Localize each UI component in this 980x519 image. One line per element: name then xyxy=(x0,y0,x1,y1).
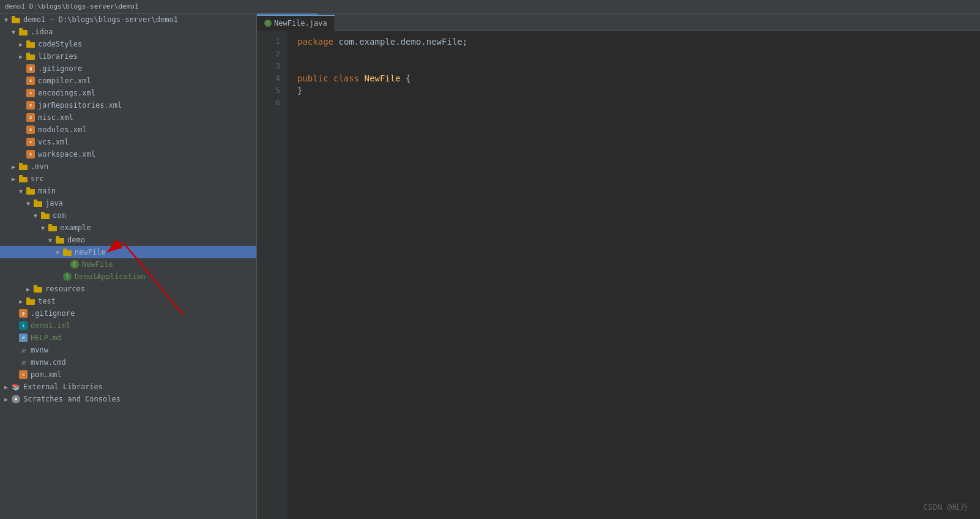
gitignore-idea-label: .gitignore xyxy=(38,64,82,73)
tree-item-libraries[interactable]: ▶ libraries xyxy=(0,50,256,62)
com-arrow: ▼ xyxy=(32,212,39,219)
modules-arrow xyxy=(17,126,24,133)
tree-item-demo[interactable]: ▼ demo xyxy=(0,234,256,246)
mvn-folder-icon xyxy=(18,162,28,171)
Demo1App-arrow xyxy=(54,273,61,280)
newFile-folder-label: newFile xyxy=(75,248,106,256)
example-folder-icon xyxy=(48,223,58,233)
tree-item-vcs-xml[interactable]: x vcs.xml xyxy=(0,136,256,148)
encodings-xml-icon: x xyxy=(26,88,35,98)
svg-rect-10 xyxy=(19,177,28,182)
svg-rect-1 xyxy=(12,16,15,18)
svg-rect-25 xyxy=(34,285,37,288)
HELP-md-arrow xyxy=(10,334,17,342)
tree-item-compiler-xml[interactable]: x compiler.xml xyxy=(0,75,256,87)
tree-item-test[interactable]: ▶ test xyxy=(0,295,256,307)
tab-NewFile[interactable]: C NewFile.java xyxy=(257,15,335,31)
resources-folder-icon xyxy=(33,284,43,294)
demo1-iml-icon: i xyxy=(18,321,28,330)
misc-xml-label: misc.xml xyxy=(38,113,73,122)
src-folder-icon xyxy=(18,174,28,184)
code-editor[interactable]: package com.example.demo.newFile; public… xyxy=(288,31,980,519)
gitignore-idea-arrow xyxy=(17,65,24,72)
tree-item-NewFile-class[interactable]: C NewFile xyxy=(0,258,256,271)
tree-item-gitignore-idea[interactable]: g .gitignore xyxy=(0,62,256,75)
tree-item-Demo1Application[interactable]: S Demo1Application xyxy=(0,271,256,283)
svg-rect-9 xyxy=(19,163,23,165)
mvnw-icon: m xyxy=(18,345,28,355)
tree-item-resources[interactable]: ▶ resources xyxy=(0,283,256,295)
editor-content: 1 2 3 4 5 6 package com.example.demo.new… xyxy=(257,31,980,519)
modules-xml-icon: x xyxy=(26,125,35,135)
tree-item-ext-libraries[interactable]: ▶ 📚 External Libraries xyxy=(0,381,256,393)
demo-label: demo xyxy=(67,236,85,244)
mvnw-arrow xyxy=(10,346,17,354)
misc-xml-icon: x xyxy=(26,113,35,122)
gitignore-root-icon: g xyxy=(18,308,28,318)
editor-area: C NewFile.java 1 2 3 4 5 6 package com.e… xyxy=(257,13,980,519)
idea-folder-icon xyxy=(18,27,28,37)
NewFile-class-icon: C xyxy=(70,260,80,269)
tree-item-example[interactable]: ▼ example xyxy=(0,222,256,234)
tree-item-codeStyles[interactable]: ▶ codeStyles xyxy=(0,38,256,50)
tree-item-mvnw-cmd[interactable]: m mvnw.cmd xyxy=(0,356,256,368)
tree-root[interactable]: ▼ demo1 – D:\blogs\blogs-server\demo1 xyxy=(0,13,256,26)
tree-item-idea[interactable]: ▼ .idea xyxy=(0,26,256,38)
jarRepositories-arrow xyxy=(17,102,24,109)
tree-item-workspace-xml[interactable]: x workspace.xml xyxy=(0,148,256,160)
demo1-iml-label: demo1.iml xyxy=(31,321,70,330)
svg-rect-11 xyxy=(19,175,23,177)
svg-rect-19 xyxy=(48,224,52,226)
java-arrow: ▼ xyxy=(24,200,32,207)
tree-item-misc-xml[interactable]: x misc.xml xyxy=(0,111,256,124)
tab-label: NewFile.java xyxy=(274,19,327,28)
root-folder-icon xyxy=(11,15,21,24)
mvn-arrow: ▶ xyxy=(10,163,17,170)
com-folder-icon xyxy=(40,211,50,220)
root-arrow: ▼ xyxy=(2,16,10,23)
svg-rect-2 xyxy=(19,30,28,35)
tree-item-src[interactable]: ▶ src xyxy=(0,173,256,185)
codeStyles-arrow: ▶ xyxy=(17,40,24,48)
svg-rect-17 xyxy=(41,212,45,214)
tree-item-main[interactable]: ▼ main xyxy=(0,185,256,197)
tree-item-scratches[interactable]: ▶ ● Scratches and Consoles xyxy=(0,393,256,405)
libraries-folder-icon xyxy=(26,51,35,61)
tree-item-com[interactable]: ▼ com xyxy=(0,209,256,222)
tree-item-java[interactable]: ▼ java xyxy=(0,197,256,209)
ext-libraries-arrow: ▶ xyxy=(2,383,10,390)
HELP-md-icon: m xyxy=(18,333,28,343)
tree-item-mvnw[interactable]: m mvnw xyxy=(0,344,256,356)
svg-rect-5 xyxy=(26,40,30,43)
tree-item-newFile-folder[interactable]: ▼ newFile xyxy=(0,246,256,258)
pom-xml-label: pom.xml xyxy=(31,370,62,379)
root-label: demo1 – D:\blogs\blogs-server\demo1 xyxy=(23,15,178,24)
main-label: main xyxy=(38,187,56,195)
svg-rect-7 xyxy=(26,53,30,55)
tab-icon: C xyxy=(264,20,272,27)
Demo1App-label: Demo1Application xyxy=(75,272,146,281)
tree-item-mvn[interactable]: ▶ .mvn xyxy=(0,160,256,173)
svg-rect-4 xyxy=(26,42,35,48)
gitignore-idea-icon: g xyxy=(26,64,35,73)
test-arrow: ▶ xyxy=(17,297,24,305)
ext-libraries-label: External Libraries xyxy=(23,383,103,391)
gitignore-root-arrow xyxy=(10,310,17,317)
tree-item-encodings-xml[interactable]: x encodings.xml xyxy=(0,87,256,99)
title-bar: demo1 D:\blogs\blogs-server\demo1 xyxy=(0,0,980,13)
tree-item-demo1-iml[interactable]: i demo1.iml xyxy=(0,319,256,332)
tree-item-gitignore-root[interactable]: g .gitignore xyxy=(0,307,256,319)
demo-folder-icon xyxy=(55,235,65,245)
encodings-arrow xyxy=(17,89,24,97)
libraries-arrow: ▶ xyxy=(17,53,24,60)
tree-item-jarRepositories-xml[interactable]: x jarRepositories.xml xyxy=(0,99,256,111)
tree-item-modules-xml[interactable]: x modules.xml xyxy=(0,124,256,136)
tree-item-pom-xml[interactable]: x pom.xml xyxy=(0,368,256,381)
line-numbers: 1 2 3 4 5 6 xyxy=(257,31,288,519)
svg-rect-14 xyxy=(34,201,42,207)
libraries-label: libraries xyxy=(38,52,78,61)
idea-label: .idea xyxy=(31,28,53,36)
test-label: test xyxy=(38,297,56,305)
tree-item-HELP-md[interactable]: m HELP.md xyxy=(0,332,256,344)
encodings-xml-label: encodings.xml xyxy=(38,89,95,97)
